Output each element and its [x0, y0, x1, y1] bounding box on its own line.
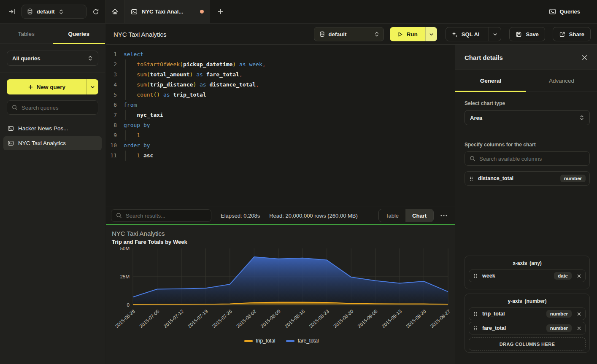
more-options-button[interactable] — [438, 210, 450, 221]
view-toggle: Table Chart — [378, 209, 434, 222]
drag-columns-drop-zone[interactable]: DRAG COLUMNS HERE — [469, 337, 586, 351]
remove-column-icon[interactable] — [577, 312, 581, 316]
area-chart[interactable]: 025M50M2015-06-282015-07-052015-07-12201… — [112, 245, 451, 341]
legend-item[interactable]: fare_total — [286, 338, 319, 344]
column-type-badge: number — [546, 310, 572, 318]
chart-details-panel: Chart details General Advanced Select ch… — [455, 45, 597, 364]
home-tab[interactable] — [105, 0, 125, 23]
line-number: 1 — [106, 49, 117, 59]
collapse-sidebar-icon[interactable] — [8, 8, 16, 15]
chart-type-label: Select chart type — [465, 100, 590, 106]
search-queries-field[interactable] — [7, 100, 98, 115]
tab-strip: NYC Taxi Anal... — [105, 0, 549, 23]
search-icon — [470, 156, 475, 162]
column-name: trip_total — [482, 311, 542, 317]
run-options-dropdown[interactable] — [425, 27, 437, 41]
tab-general[interactable]: General — [455, 70, 526, 92]
x-axis-hint: (any) — [529, 260, 542, 266]
sidebar-tabs: Tables Queries — [0, 24, 105, 44]
code-line: 10order by — [106, 140, 455, 151]
database-selector-value: default — [37, 8, 55, 15]
remove-column-icon[interactable] — [577, 326, 581, 331]
close-icon[interactable] — [581, 54, 588, 61]
new-tab-button[interactable] — [210, 0, 230, 23]
terminal-icon — [8, 125, 14, 132]
chart-panel: NYC Taxi Analytics Trip and Fare Totals … — [106, 225, 455, 364]
topbar-left-section: default — [0, 0, 105, 23]
search-results-field[interactable] — [111, 209, 211, 222]
line-number: 9 — [106, 130, 117, 140]
new-query-button[interactable]: New query — [7, 79, 98, 94]
drag-handle-icon[interactable] — [473, 326, 478, 331]
query-list-item[interactable]: Hacker News Pos... — [3, 121, 102, 135]
sql-ai-main[interactable]: SQL AI — [446, 27, 485, 41]
search-queries-input[interactable] — [22, 105, 96, 111]
column-type-badge: number — [546, 324, 572, 332]
top-bar: default NYC Taxi Anal... Quer — [0, 0, 597, 24]
sql-ai-dropdown[interactable] — [489, 27, 501, 41]
code-line: 4 sum(trip_distance) as distance_total, — [106, 80, 455, 90]
run-button-label: Run — [407, 31, 418, 38]
x-axis-card: x-axis (any) week date — [465, 256, 590, 289]
legend-label: trip_total — [256, 338, 275, 344]
svg-text:2015-09-06: 2015-09-06 — [357, 309, 378, 329]
y-axis-column-row[interactable]: trip_total number — [469, 307, 586, 320]
run-button[interactable]: Run — [390, 27, 437, 41]
run-button-main[interactable]: Run — [390, 27, 425, 41]
drag-handle-icon[interactable] — [473, 273, 478, 279]
y-axis-label: y-axis — [508, 298, 522, 304]
sql-ai-label: SQL AI — [462, 31, 480, 38]
refresh-icon[interactable] — [92, 8, 99, 15]
line-number: 3 — [106, 70, 117, 80]
query-item-label: Hacker News Pos... — [18, 125, 68, 132]
available-column-row[interactable]: distance_total number — [465, 171, 590, 186]
queries-button[interactable]: Queries — [549, 8, 580, 15]
tab-queries[interactable]: Queries — [53, 24, 105, 43]
details-body: Select chart type Area Specify columns f… — [455, 92, 597, 186]
column-search-input[interactable] — [479, 156, 585, 162]
save-icon — [516, 31, 522, 38]
sidebar: Tables Queries All queries New query Hac… — [0, 24, 105, 364]
query-filter-value: All queries — [12, 55, 84, 62]
y-axis-column-row[interactable]: fare_total number — [469, 322, 586, 334]
query-filter-select[interactable]: All queries — [7, 51, 98, 66]
tab-label: NYC Taxi Anal... — [142, 8, 196, 15]
legend-item[interactable]: trip_total — [244, 338, 275, 344]
run-database-selector[interactable]: default — [314, 27, 384, 41]
read-stat: Read: 20,000,000 rows (260.00 MB) — [269, 213, 358, 219]
tab-advanced[interactable]: Advanced — [526, 70, 597, 92]
tab-tables[interactable]: Tables — [0, 24, 53, 43]
drag-handle-icon[interactable] — [469, 176, 474, 181]
svg-text:2015-06-28: 2015-06-28 — [114, 309, 136, 329]
chart-type-select[interactable]: Area — [465, 110, 590, 125]
svg-text:2015-07-05: 2015-07-05 — [138, 309, 160, 329]
save-button[interactable]: Save — [509, 27, 545, 41]
x-axis-column-row[interactable]: week date — [469, 270, 586, 282]
query-list-item-active[interactable]: NYC Taxi Analytics — [3, 136, 102, 150]
new-query-dropdown[interactable] — [86, 79, 98, 94]
drag-handle-icon[interactable] — [473, 311, 478, 317]
code-line: 2 toStartOfWeek(pickup_datetime) as week… — [106, 59, 455, 70]
sql-ai-button[interactable]: SQL AI — [446, 27, 502, 41]
save-button-label: Save — [526, 31, 538, 38]
share-button[interactable]: Share — [553, 27, 591, 41]
svg-text:2015-09-13: 2015-09-13 — [381, 309, 403, 329]
sql-editor[interactable]: 1select2 toStartOfWeek(pickup_datetime) … — [106, 45, 455, 207]
details-title: Chart details — [465, 54, 581, 61]
plus-icon — [217, 8, 224, 15]
search-results-input[interactable] — [126, 213, 206, 219]
legend-label: fare_total — [297, 338, 319, 344]
svg-text:25M: 25M — [120, 274, 130, 279]
view-toggle-chart[interactable]: Chart — [405, 209, 433, 222]
svg-text:2015-08-09: 2015-08-09 — [259, 309, 281, 329]
database-icon — [27, 8, 33, 15]
active-query-tab[interactable]: NYC Taxi Anal... — [125, 0, 210, 23]
chevron-updown-icon — [579, 115, 584, 121]
database-selector[interactable]: default — [22, 5, 86, 19]
view-toggle-table[interactable]: Table — [379, 209, 405, 222]
remove-column-icon[interactable] — [577, 274, 581, 278]
page-title: NYC Taxi Analytics — [113, 31, 314, 38]
new-query-main[interactable]: New query — [7, 79, 86, 94]
chart-title: NYC Taxi Analytics — [112, 230, 451, 237]
column-search-field[interactable] — [465, 151, 590, 166]
